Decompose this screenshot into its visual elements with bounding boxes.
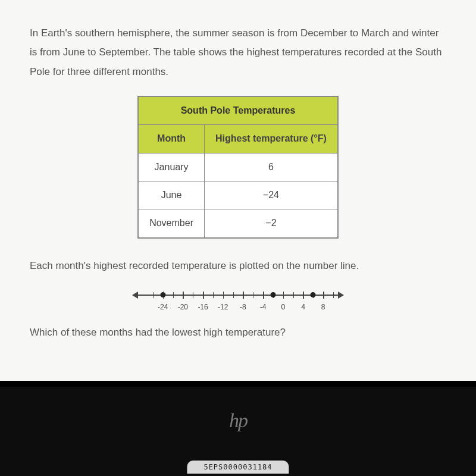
tick — [333, 292, 334, 298]
tick — [243, 292, 244, 299]
asset-tag: 5EPS0000031184 — [187, 461, 289, 474]
tick — [223, 292, 224, 299]
tick — [293, 292, 294, 298]
col-header-temp: Highest temperature (°F) — [204, 125, 337, 153]
tick — [193, 292, 193, 298]
tick-label: -20 — [178, 300, 188, 314]
tick-label: 0 — [281, 300, 285, 314]
cell-month: November — [138, 209, 204, 238]
tick — [303, 292, 304, 299]
arrow-left-icon — [132, 292, 138, 299]
table-row: January 6 — [138, 153, 338, 181]
cell-month: June — [138, 181, 204, 209]
tick-label: -24 — [158, 300, 168, 314]
intro-paragraph: In Earth's southern hemisphere, the summ… — [30, 24, 446, 82]
axis-line — [138, 295, 338, 296]
table-row: November −2 — [138, 209, 338, 238]
tick-label: -16 — [198, 300, 208, 314]
laptop-bezel: hp 5EPS0000031184 — [0, 381, 476, 476]
cell-temp: −2 — [204, 209, 337, 238]
tick-label: 8 — [321, 300, 325, 314]
number-line: -24-20-16-12-8-4048 — [131, 286, 345, 315]
tick-label: 4 — [301, 300, 305, 314]
tick — [173, 292, 174, 298]
data-point — [270, 292, 275, 298]
data-point — [311, 292, 316, 298]
temperature-table: South Pole Temperatures Month Highest te… — [137, 96, 339, 239]
cell-temp: 6 — [204, 153, 337, 181]
tick-label: -12 — [218, 300, 228, 314]
tick-label: -8 — [240, 300, 246, 314]
tick-label: -4 — [260, 300, 267, 314]
cell-month: January — [138, 153, 204, 181]
tick — [213, 292, 214, 298]
tick — [253, 292, 253, 298]
data-point — [160, 292, 165, 298]
table-title: South Pole Temperatures — [138, 96, 338, 125]
tick — [233, 292, 234, 298]
tick — [153, 292, 154, 298]
arrow-right-icon — [338, 292, 344, 299]
tick — [323, 292, 324, 299]
tick — [283, 292, 284, 299]
plot-paragraph: Each month's highest recorded temperatur… — [30, 256, 446, 275]
cell-temp: −24 — [204, 181, 337, 209]
table-row: June −24 — [138, 181, 338, 209]
col-header-month: Month — [138, 125, 204, 153]
question-paragraph: Which of these months had the lowest hig… — [30, 323, 446, 342]
tick — [203, 292, 204, 299]
worksheet-screen: In Earth's southern hemisphere, the summ… — [0, 0, 476, 381]
hp-logo: hp — [229, 409, 247, 432]
tick — [263, 292, 264, 299]
tick — [183, 292, 184, 299]
